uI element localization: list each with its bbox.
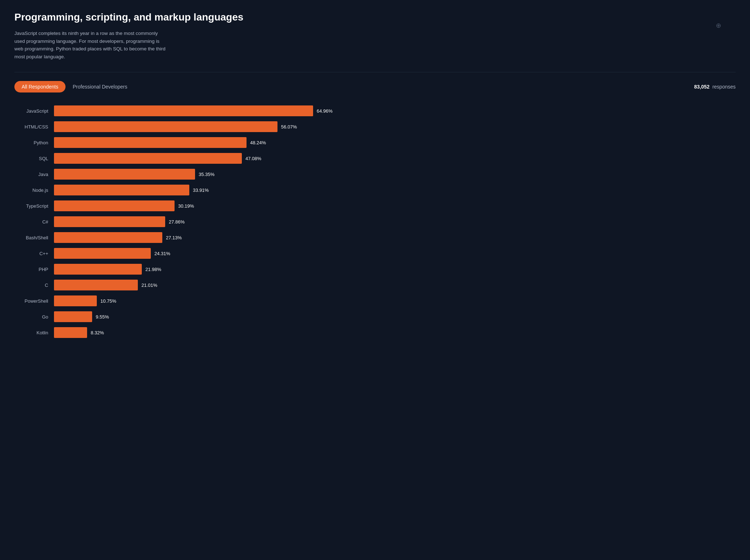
bar-percentage: 64.96% — [317, 108, 333, 114]
bar-label: C++ — [14, 251, 54, 256]
chart-row: PHP21.98% — [14, 264, 736, 275]
bar-percentage: 35.35% — [199, 172, 214, 177]
responses-label: responses — [712, 84, 736, 90]
bar-label: Java — [14, 172, 54, 177]
bar-percentage: 9.55% — [96, 314, 109, 320]
bar-fill — [54, 264, 142, 275]
chart-row: HTML/CSS56.07% — [14, 121, 736, 132]
bar-fill — [54, 327, 87, 338]
bar-wrapper: 21.98% — [54, 264, 736, 275]
bar-fill — [54, 311, 92, 322]
bar-label: Kotlin — [14, 330, 54, 335]
chart-row: TypeScript30.19% — [14, 200, 736, 211]
bar-wrapper: 27.86% — [54, 216, 736, 227]
chart-row: SQL47.08% — [14, 153, 736, 164]
filter-row: All Respondents Professional Developers … — [14, 81, 736, 92]
bar-percentage: 33.91% — [193, 188, 209, 193]
bar-label: C# — [14, 219, 54, 225]
bar-fill — [54, 121, 277, 132]
bar-wrapper: 10.75% — [54, 295, 736, 306]
bar-percentage: 30.19% — [178, 203, 194, 209]
chart-row: Java35.35% — [14, 169, 736, 180]
bar-label: SQL — [14, 156, 54, 161]
bar-fill — [54, 280, 138, 290]
section-divider — [14, 72, 736, 72]
bar-label: HTML/CSS — [14, 124, 54, 130]
bar-label: PowerShell — [14, 298, 54, 304]
bar-wrapper: 21.01% — [54, 280, 736, 290]
bar-fill — [54, 105, 313, 116]
bar-wrapper: 27.13% — [54, 232, 736, 243]
responses-count: 83,052 responses — [694, 84, 736, 90]
bar-wrapper: 33.91% — [54, 185, 736, 195]
bar-percentage: 10.75% — [100, 298, 116, 304]
bar-fill — [54, 137, 247, 148]
bar-wrapper: 30.19% — [54, 200, 736, 211]
bar-fill — [54, 232, 162, 243]
bar-fill — [54, 200, 175, 211]
responses-number: 83,052 — [694, 84, 710, 90]
bar-label: PHP — [14, 267, 54, 272]
chart-row: Kotlin8.32% — [14, 327, 736, 338]
bar-fill — [54, 153, 242, 164]
bar-percentage: 48.24% — [250, 140, 266, 145]
bar-percentage: 27.13% — [166, 235, 182, 240]
bar-label: Python — [14, 140, 54, 145]
bar-fill — [54, 248, 151, 259]
bar-wrapper: 9.55% — [54, 311, 736, 322]
bar-wrapper: 24.31% — [54, 248, 736, 259]
bar-percentage: 21.98% — [145, 267, 161, 272]
bar-fill — [54, 169, 195, 180]
tab-all-respondents[interactable]: All Respondents — [14, 81, 65, 92]
bar-percentage: 21.01% — [141, 283, 157, 288]
bar-percentage: 8.32% — [91, 330, 104, 335]
bar-fill — [54, 185, 189, 195]
tab-professional-developers[interactable]: Professional Developers — [71, 81, 129, 92]
bar-label: Bash/Shell — [14, 235, 54, 240]
share-link-icon[interactable]: ⊕ — [716, 22, 721, 30]
chart-row: PowerShell10.75% — [14, 295, 736, 306]
bar-chart: JavaScript64.96%HTML/CSS56.07%Python48.2… — [14, 105, 736, 338]
bar-percentage: 56.07% — [281, 124, 297, 130]
bar-fill — [54, 295, 97, 306]
bar-label: TypeScript — [14, 203, 54, 209]
bar-percentage: 47.08% — [245, 156, 261, 161]
chart-row: Go9.55% — [14, 311, 736, 322]
bar-percentage: 27.86% — [169, 219, 185, 225]
chart-row: Bash/Shell27.13% — [14, 232, 736, 243]
bar-label: Node.js — [14, 188, 54, 193]
chart-row: JavaScript64.96% — [14, 105, 736, 116]
bar-wrapper: 64.96% — [54, 105, 736, 116]
chart-row: C++24.31% — [14, 248, 736, 259]
bar-wrapper: 35.35% — [54, 169, 736, 180]
bar-wrapper: 48.24% — [54, 137, 736, 148]
bar-fill — [54, 216, 165, 227]
bar-percentage: 24.31% — [154, 251, 170, 256]
chart-row: C21.01% — [14, 280, 736, 290]
bar-label: C — [14, 283, 54, 288]
chart-row: C#27.86% — [14, 216, 736, 227]
bar-wrapper: 56.07% — [54, 121, 736, 132]
chart-row: Python48.24% — [14, 137, 736, 148]
filter-tabs: All Respondents Professional Developers — [14, 81, 129, 92]
bar-label: JavaScript — [14, 108, 54, 114]
bar-wrapper: 47.08% — [54, 153, 736, 164]
chart-row: Node.js33.91% — [14, 185, 736, 195]
bar-label: Go — [14, 314, 54, 320]
bar-wrapper: 8.32% — [54, 327, 736, 338]
page-title: Programming, scripting, and markup langu… — [14, 12, 736, 23]
page-description: JavaScript completes its ninth year in a… — [14, 30, 166, 60]
